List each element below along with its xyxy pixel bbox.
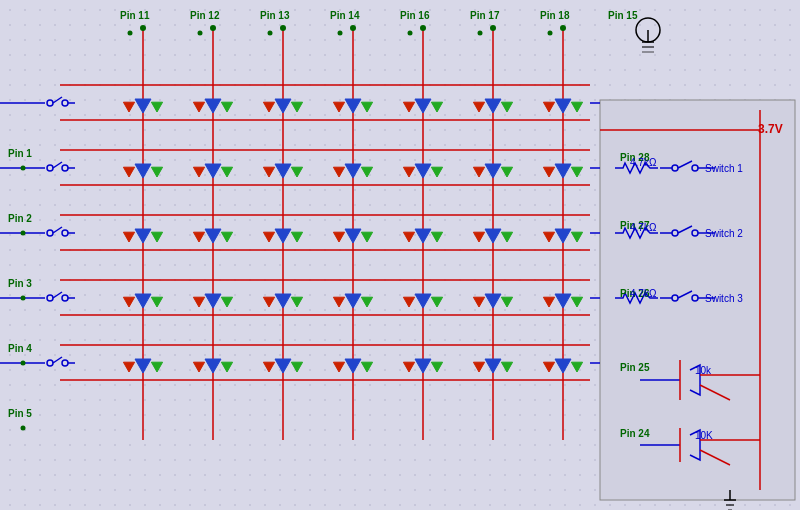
pin16-label: Pin 16	[400, 10, 429, 21]
switch3-label: Switch 3	[705, 293, 743, 304]
pin5-label: Pin 5	[8, 408, 32, 419]
r2-label: 4.7kΩ	[630, 222, 656, 233]
pin4-label: Pin 4	[8, 343, 32, 354]
r4-label: 10k	[695, 365, 711, 376]
pin15-label: Pin 15	[608, 10, 637, 21]
r1-label: 4.7kΩ	[630, 157, 656, 168]
pin14-label: Pin 14	[330, 10, 359, 21]
pin25-label: Pin 25	[620, 362, 649, 373]
voltage-label: 3.7V	[758, 122, 783, 136]
pin2-label: Pin 2	[8, 213, 32, 224]
pin3-label: Pin 3	[8, 278, 32, 289]
r5-label: 10K	[695, 430, 713, 441]
r3-label: 4.7kΩ	[630, 288, 656, 299]
pin13-label: Pin 13	[260, 10, 289, 21]
circuit-diagram	[0, 0, 800, 510]
pin11-label: Pin 11	[120, 10, 149, 21]
pin17-label: Pin 17	[470, 10, 499, 21]
switch1-label: Switch 1	[705, 163, 743, 174]
pin24-label: Pin 24	[620, 428, 649, 439]
pin1-label: Pin 1	[8, 148, 32, 159]
pin12-label: Pin 12	[190, 10, 219, 21]
switch2-label: Switch 2	[705, 228, 743, 239]
pin18-label: Pin 18	[540, 10, 569, 21]
